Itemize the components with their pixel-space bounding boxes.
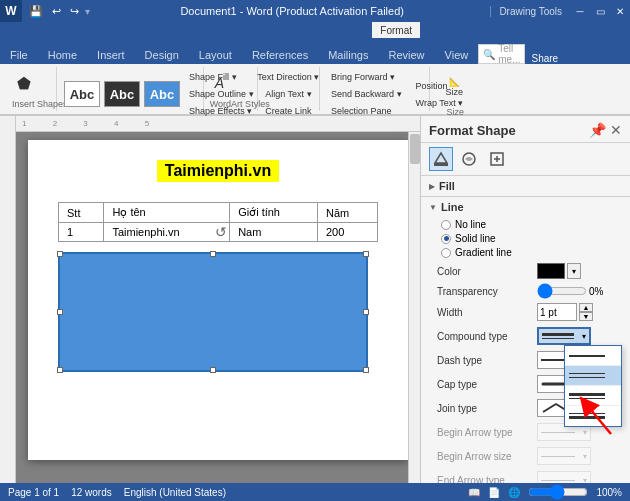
undo-quick-btn[interactable]: ↩ bbox=[49, 4, 64, 19]
handle-tc[interactable] bbox=[210, 251, 216, 257]
color-row: Color ▾ bbox=[421, 260, 630, 282]
view-print-btn[interactable]: 📄 bbox=[488, 487, 500, 498]
panel-title: Format Shape bbox=[429, 123, 516, 138]
main-area: 1 2 3 4 5 Taimienphi.vn Stt Họ tên Giới … bbox=[0, 116, 630, 483]
align-text-btn[interactable]: Align Text ▾ bbox=[260, 86, 316, 102]
begin-arrow-size-dropdown[interactable]: ▾ bbox=[537, 447, 591, 465]
save-quick-btn[interactable]: 💾 bbox=[26, 4, 46, 19]
handle-br[interactable] bbox=[363, 367, 369, 373]
tab-file[interactable]: File bbox=[0, 46, 38, 64]
ruler-vertical bbox=[0, 116, 16, 483]
panel-content: ▶ Fill ▼ Line No line bbox=[421, 176, 630, 483]
handle-tr[interactable] bbox=[363, 251, 369, 257]
document-table: Stt Họ tên Giới tính Năm 1 Taimienphi.vn… bbox=[58, 202, 378, 242]
drawing-tools-bar: Format bbox=[0, 22, 630, 38]
tab-home[interactable]: Home bbox=[38, 46, 87, 64]
ribbon-body: ⬟ Insert Shapes Abc Abc Abc Shape Fill ▾… bbox=[0, 64, 630, 116]
compound-opt-thin-thick[interactable] bbox=[565, 406, 621, 426]
size-btn[interactable]: 📐Size bbox=[436, 69, 472, 105]
width-down-btn[interactable]: ▼ bbox=[579, 312, 593, 321]
compound-opt-thick-thin[interactable] bbox=[565, 386, 621, 406]
width-spinbox[interactable]: 1 pt bbox=[537, 303, 577, 321]
fill-section-header[interactable]: ▶ Fill bbox=[421, 176, 630, 196]
end-arrow-type-dropdown[interactable]: ▾ bbox=[537, 471, 591, 483]
panel-icon-fill-line[interactable] bbox=[429, 147, 453, 171]
tab-insert[interactable]: Insert bbox=[87, 46, 135, 64]
col-nam: Năm bbox=[317, 203, 377, 223]
panel-icon-effects[interactable] bbox=[457, 147, 481, 171]
compound-type-dropdown[interactable]: ▾ bbox=[537, 327, 591, 345]
tab-view[interactable]: View bbox=[435, 46, 479, 64]
handle-bl[interactable] bbox=[57, 367, 63, 373]
panel-icon-tabs bbox=[421, 143, 630, 176]
compound-type-dropdown-menu bbox=[564, 345, 622, 427]
status-bar: Page 1 of 1 12 words English (United Sta… bbox=[0, 483, 630, 501]
line-section-header[interactable]: ▼ Line bbox=[421, 197, 630, 217]
zoom-level: 100% bbox=[596, 487, 622, 498]
end-arrow-type-row: End Arrow type ▾ bbox=[421, 468, 630, 483]
tab-references[interactable]: References bbox=[242, 46, 318, 64]
join-type-label: Join type bbox=[437, 403, 537, 414]
dash-type-label: Dash type bbox=[437, 355, 537, 366]
cell-hoten: Taimienphi.vn ↺ bbox=[104, 223, 230, 242]
view-web-btn[interactable]: 🌐 bbox=[508, 487, 520, 498]
panel-pin-button[interactable]: 📌 bbox=[589, 122, 606, 138]
share-button[interactable]: Share bbox=[525, 53, 564, 64]
handle-tl[interactable] bbox=[57, 251, 63, 257]
color-dropdown-btn[interactable]: ▾ bbox=[567, 263, 581, 279]
style-btn-3[interactable]: Abc bbox=[144, 81, 180, 107]
tell-me-input[interactable]: 🔍 Tell me... bbox=[478, 44, 525, 64]
document-scroll-area[interactable]: Taimienphi.vn Stt Họ tên Giới tính Năm bbox=[16, 132, 420, 483]
close-button[interactable]: ✕ bbox=[610, 0, 630, 22]
color-swatch[interactable] bbox=[537, 263, 565, 279]
minimize-button[interactable]: ─ bbox=[570, 0, 590, 22]
send-backward-btn[interactable]: Send Backward ▾ bbox=[326, 86, 407, 102]
svg-rect-0 bbox=[434, 163, 448, 166]
fill-arrow: ▶ bbox=[429, 182, 435, 191]
handle-bc[interactable] bbox=[210, 367, 216, 373]
no-line-radio[interactable] bbox=[441, 220, 451, 230]
scrollbar-vertical[interactable] bbox=[408, 132, 420, 483]
wordart-label: WordArt Styles bbox=[210, 97, 251, 109]
gradient-line-option[interactable]: Gradient line bbox=[441, 247, 622, 258]
wordart-btn[interactable]: A bbox=[210, 75, 229, 91]
ribbon-group-shape-styles: Abc Abc Abc Shape Fill ▾ Shape Outline ▾… bbox=[57, 67, 204, 111]
no-line-option[interactable]: No line bbox=[441, 219, 622, 230]
handle-ml[interactable] bbox=[57, 309, 63, 315]
document-page: Taimienphi.vn Stt Họ tên Giới tính Năm bbox=[28, 140, 408, 460]
ruler-horizontal: 1 2 3 4 5 bbox=[0, 116, 420, 132]
panel-icon-size[interactable] bbox=[485, 147, 509, 171]
solid-line-radio[interactable] bbox=[441, 234, 451, 244]
compound-opt-double[interactable] bbox=[565, 366, 621, 386]
tab-format[interactable]: Format bbox=[372, 22, 420, 38]
transparency-slider[interactable] bbox=[537, 285, 587, 297]
compound-opt-single[interactable] bbox=[565, 346, 621, 366]
rotate-handle[interactable]: ↺ bbox=[215, 224, 227, 240]
restore-button[interactable]: ▭ bbox=[590, 0, 610, 22]
redo-quick-btn[interactable]: ↪ bbox=[67, 4, 82, 19]
handle-mr[interactable] bbox=[363, 309, 369, 315]
view-read-btn[interactable]: 📖 bbox=[468, 487, 480, 498]
transparency-label: Transparency bbox=[437, 286, 537, 297]
width-value: 1 pt ▲ ▼ bbox=[537, 303, 622, 321]
panel-close-button[interactable]: ✕ bbox=[610, 122, 622, 138]
width-label: Width bbox=[437, 307, 537, 318]
cell-stt: 1 bbox=[59, 223, 104, 242]
text-direction-btn[interactable]: Text Direction ▾ bbox=[252, 69, 324, 85]
gradient-line-radio[interactable] bbox=[441, 248, 451, 258]
blue-shape[interactable] bbox=[58, 252, 368, 372]
style-btn-1[interactable]: Abc bbox=[64, 81, 100, 107]
tab-design[interactable]: Design bbox=[135, 46, 189, 64]
bring-forward-btn[interactable]: Bring Forward ▾ bbox=[326, 69, 407, 85]
cell-gioitinh: Nam bbox=[230, 223, 318, 242]
tab-layout[interactable]: Layout bbox=[189, 46, 242, 64]
cell-nam: 200 bbox=[317, 223, 377, 242]
solid-line-option[interactable]: Solid line bbox=[441, 233, 622, 244]
ribbon-group-wordart: A WordArt Styles bbox=[204, 67, 258, 111]
shapes-dropdown[interactable]: ⬟ bbox=[12, 75, 36, 91]
tab-mailings[interactable]: Mailings bbox=[318, 46, 378, 64]
zoom-slider[interactable] bbox=[528, 487, 588, 497]
width-up-btn[interactable]: ▲ bbox=[579, 303, 593, 312]
tab-review[interactable]: Review bbox=[379, 46, 435, 64]
style-btn-2[interactable]: Abc bbox=[104, 81, 140, 107]
